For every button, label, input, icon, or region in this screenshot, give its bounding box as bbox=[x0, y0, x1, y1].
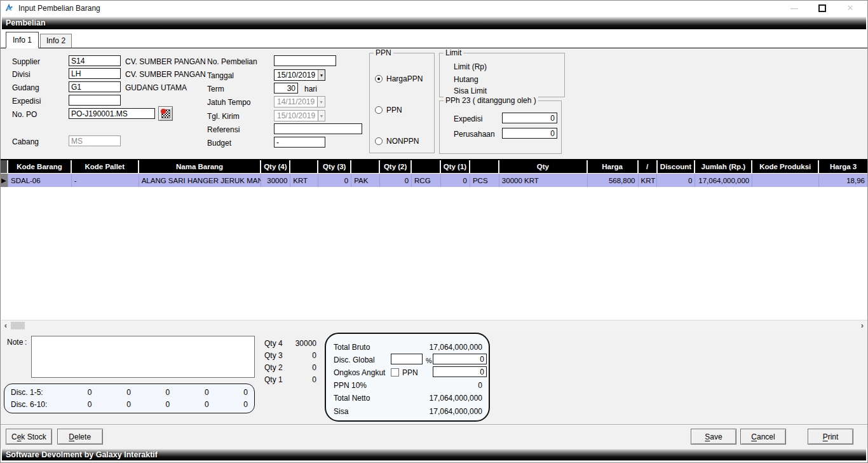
print-button[interactable]: Print bbox=[808, 429, 853, 445]
cell-harga[interactable]: 568,800 bbox=[588, 174, 639, 187]
tab-info-2[interactable]: Info 2 bbox=[40, 34, 72, 48]
minimize-icon[interactable]: — bbox=[790, 4, 799, 13]
horizontal-scrollbar[interactable]: ‹ › bbox=[1, 320, 867, 330]
disc-value: 0 bbox=[131, 400, 170, 409]
supplier-name-label: CV. SUMBER PANGAN bbox=[125, 57, 206, 66]
cell-qty1[interactable]: 0 bbox=[441, 174, 470, 187]
pph-perusahaan-input[interactable] bbox=[502, 128, 557, 139]
tgl-kirim-value: 15/10/2019 bbox=[275, 111, 318, 120]
window-title: Input Pembelian Barang bbox=[18, 4, 100, 13]
grid-header-kode-pallet[interactable]: Kode Pallet bbox=[72, 160, 139, 173]
cell-kode-produksi[interactable] bbox=[752, 174, 819, 187]
gudang-input[interactable] bbox=[69, 81, 121, 92]
grid-header-unit4[interactable] bbox=[290, 160, 318, 173]
status-text: Software Devolment by Galaxy Interaktif bbox=[6, 450, 158, 459]
grid-header-nama-barang[interactable]: Nama Barang bbox=[139, 160, 262, 173]
term-input[interactable] bbox=[274, 83, 298, 93]
grid-header-kode-barang[interactable]: Kode Barang bbox=[8, 160, 72, 173]
grid-header-qty4[interactable]: Qty (4) bbox=[261, 160, 290, 173]
radio-nonppn[interactable]: NONPPN bbox=[375, 137, 419, 146]
supplier-input[interactable] bbox=[69, 55, 121, 66]
disc-value: 0 bbox=[92, 400, 130, 409]
disc-row-1: Disc. 1-5: 0 0 0 0 0 bbox=[11, 388, 248, 397]
grid-header-qty[interactable]: Qty bbox=[499, 160, 588, 173]
pph-expedisi-input[interactable] bbox=[502, 113, 557, 123]
radio-hargappn[interactable]: HargaPPN bbox=[375, 74, 423, 83]
scrollbar-thumb[interactable] bbox=[11, 322, 25, 329]
disc-6-10-label: Disc. 6-10: bbox=[11, 400, 53, 409]
delete-button[interactable]: Delete bbox=[57, 429, 103, 445]
cell-qty[interactable]: 30000 KRT bbox=[499, 174, 588, 187]
scroll-left-icon[interactable]: ‹ bbox=[1, 321, 11, 330]
grid-header-unit2[interactable] bbox=[412, 160, 441, 173]
cell-qty4[interactable]: 30000 bbox=[261, 174, 290, 187]
jatuh-tempo-label: Jatuh Tempo bbox=[207, 98, 251, 107]
disc-global-pct-input[interactable] bbox=[391, 354, 423, 364]
tab-strip: Info 1 Info 2 bbox=[1, 29, 867, 48]
total-bruto-value: 17,064,000,000 bbox=[430, 343, 482, 352]
limit-groupbox: Limit Limit (Rp) Hutang Sisa Limit bbox=[439, 53, 565, 97]
grid-header-harga3[interactable]: Harga 3 bbox=[819, 160, 867, 173]
scroll-right-icon[interactable]: › bbox=[857, 321, 867, 330]
divisi-input[interactable] bbox=[69, 68, 121, 79]
no-po-input[interactable] bbox=[69, 108, 155, 119]
disc-panel: Disc. 1-5: 0 0 0 0 0 Disc. 6-10: 0 0 0 0… bbox=[4, 384, 255, 413]
totals-panel: Total Bruto 17,064,000,000 Disc. Global … bbox=[325, 333, 490, 422]
cell-unit4[interactable]: KRT bbox=[290, 174, 318, 187]
cell-qty3[interactable]: 0 bbox=[318, 174, 351, 187]
cell-kode-pallet[interactable]: - bbox=[72, 174, 139, 187]
note-textarea[interactable] bbox=[31, 336, 255, 378]
grid-header-qty1[interactable]: Qty (1) bbox=[441, 160, 470, 173]
cell-jumlah[interactable]: 17,064,000,000 bbox=[695, 174, 752, 187]
tab-info-1[interactable]: Info 1 bbox=[6, 32, 39, 48]
grid-header-unit3[interactable] bbox=[351, 160, 380, 173]
cell-unit2[interactable]: RCG bbox=[412, 174, 441, 187]
disc-global-label: Disc. Global bbox=[334, 356, 375, 364]
cek-stock-button[interactable]: Cek Stock bbox=[6, 429, 52, 445]
ongkos-angkut-input[interactable] bbox=[433, 366, 487, 377]
cell-harga3[interactable]: 18,96 bbox=[819, 174, 867, 187]
cell-discount[interactable]: 0 bbox=[657, 174, 695, 187]
term-label: Term bbox=[207, 85, 224, 93]
cancel-button[interactable]: Cancel bbox=[740, 429, 786, 445]
ppn-checkbox[interactable] bbox=[391, 368, 399, 377]
close-icon[interactable]: ✕ bbox=[846, 4, 855, 13]
grid-header-unit1[interactable] bbox=[470, 160, 499, 173]
radio-ppn[interactable]: PPN bbox=[375, 106, 402, 114]
ongkos-angkut-label: Ongkos Angkut bbox=[334, 368, 385, 377]
grid-header-harga[interactable]: Harga bbox=[588, 160, 639, 173]
disc-global-value-input[interactable] bbox=[433, 354, 487, 364]
no-pembelian-input[interactable] bbox=[274, 55, 336, 66]
grid-header-qty3[interactable]: Qty (3) bbox=[318, 160, 351, 173]
grid-header-per[interactable]: / bbox=[639, 160, 658, 173]
save-button[interactable]: Save bbox=[691, 429, 736, 445]
pph-expedisi-label: Expedisi bbox=[454, 114, 482, 123]
cell-per[interactable]: KRT bbox=[639, 174, 658, 187]
cell-nama-barang[interactable]: ALANG SARI HANGER JERUK MANIS bbox=[139, 174, 262, 187]
grid-header-kode-produksi[interactable]: Kode Produksi bbox=[752, 160, 819, 173]
tanggal-combo[interactable]: 15/10/2019 ▼ bbox=[274, 69, 325, 81]
total-netto-label: Total Netto bbox=[334, 394, 370, 403]
po-lookup-button[interactable] bbox=[158, 106, 173, 121]
budget-input[interactable] bbox=[274, 137, 325, 148]
grid-header-qty2[interactable]: Qty (2) bbox=[380, 160, 412, 173]
referensi-input[interactable] bbox=[274, 123, 362, 134]
cell-unit3[interactable]: PAK bbox=[351, 174, 380, 187]
radio-nonppn-label: NONPPN bbox=[386, 137, 419, 146]
total-netto-value: 17,064,000,000 bbox=[430, 394, 482, 403]
no-po-label: No. PO bbox=[12, 110, 37, 119]
qty1-summary-value: 0 bbox=[275, 375, 316, 384]
chevron-down-icon[interactable]: ▼ bbox=[318, 70, 325, 80]
app-icon bbox=[4, 3, 15, 13]
cell-unit1[interactable]: PCS bbox=[470, 174, 499, 187]
form-area: Supplier CV. SUMBER PANGAN Divisi CV. SU… bbox=[1, 48, 867, 159]
restore-icon[interactable] bbox=[818, 4, 827, 13]
cell-qty2[interactable]: 0 bbox=[380, 174, 412, 187]
grid-row[interactable]: ▶ SDAL-06 - ALANG SARI HANGER JERUK MANI… bbox=[1, 173, 867, 187]
cell-kode-barang[interactable]: SDAL-06 bbox=[8, 174, 72, 187]
expedisi-input[interactable] bbox=[69, 95, 121, 106]
grid-header-jumlah[interactable]: Jumlah (Rp.) bbox=[695, 160, 752, 173]
grid-header-discount[interactable]: Discount bbox=[658, 160, 696, 173]
limit-group-title: Limit bbox=[444, 48, 463, 57]
row-indicator-icon: ▶ bbox=[1, 174, 8, 187]
